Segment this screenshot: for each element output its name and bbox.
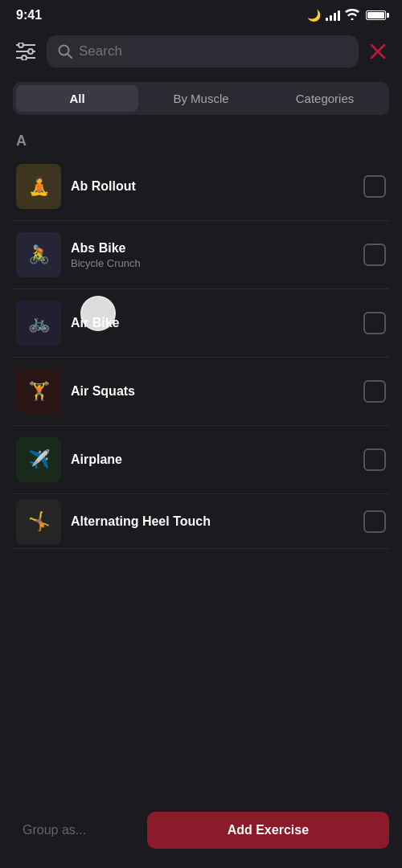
exercise-thumbnail: 🏋️ (16, 369, 61, 414)
svg-line-7 (68, 54, 72, 58)
filter-tabs: All By Muscle Categories (13, 82, 389, 115)
exercise-info: Alternating Heel Touch (71, 514, 354, 529)
exercise-name: Abs Bike (71, 241, 354, 256)
exercise-name: Airplane (71, 452, 354, 467)
bottom-action-bar: Group as... Add Exercise (0, 802, 402, 868)
list-item[interactable]: 🤸 Alternating Heel Touch (13, 494, 389, 549)
exercise-checkbox[interactable] (363, 380, 386, 403)
list-item[interactable]: 🧘 Ab Rollout (13, 153, 389, 221)
battery-icon (366, 10, 386, 20)
exercise-info: Ab Rollout (71, 179, 354, 194)
search-input[interactable] (79, 43, 347, 59)
exercise-info: Air Bike (71, 316, 354, 330)
tab-by-muscle[interactable]: By Muscle (140, 85, 262, 112)
tab-categories[interactable]: Categories (264, 85, 386, 112)
svg-point-3 (18, 43, 23, 47)
search-container (0, 27, 402, 76)
list-item[interactable]: 🏋️ Air Squats (13, 358, 389, 426)
svg-point-5 (22, 55, 27, 60)
exercise-thumbnail: 🚲 (16, 301, 61, 346)
close-icon (370, 43, 386, 59)
moon-icon: 🌙 (307, 9, 321, 22)
exercise-checkbox[interactable] (363, 510, 386, 533)
filter-button[interactable] (13, 39, 39, 63)
exercise-thumbnail: 🧘 (16, 164, 61, 209)
group-as-button[interactable]: Group as... (13, 812, 137, 849)
exercise-thumbnail: ✈️ (16, 437, 61, 482)
exercise-subtitle: Bicycle Crunch (71, 257, 354, 269)
exercise-checkbox[interactable] (363, 312, 386, 334)
search-icon (58, 44, 72, 59)
list-item[interactable]: 🚴 Abs Bike Bicycle Crunch (13, 221, 389, 289)
status-icons: 🌙 (307, 9, 386, 23)
exercise-checkbox[interactable] (363, 175, 386, 198)
search-bar (47, 35, 359, 68)
exercise-list: 🧘 Ab Rollout 🚴 Abs Bike Bicycle Crunch 🚲… (0, 153, 402, 549)
exercise-info: Airplane (71, 452, 354, 467)
exercise-name: Ab Rollout (71, 179, 354, 194)
exercise-info: Abs Bike Bicycle Crunch (71, 241, 354, 269)
svg-point-4 (28, 49, 33, 54)
exercise-name: Air Squats (71, 384, 354, 399)
status-bar: 9:41 🌙 (0, 0, 402, 27)
wifi-icon (345, 9, 359, 23)
status-time: 9:41 (16, 8, 42, 23)
list-item[interactable]: ✈️ Airplane (13, 426, 389, 494)
filter-icon (16, 43, 35, 60)
add-exercise-button[interactable]: Add Exercise (147, 812, 389, 849)
signal-icon (326, 10, 340, 21)
section-header-a: A (0, 126, 402, 153)
exercise-name: Air Bike (71, 316, 354, 330)
exercise-info: Air Squats (71, 384, 354, 399)
list-item[interactable]: 🚲 Air Bike (13, 289, 389, 358)
exercise-name: Alternating Heel Touch (71, 514, 354, 529)
exercise-checkbox[interactable] (363, 448, 386, 471)
exercise-thumbnail: 🚴 (16, 232, 61, 277)
close-button[interactable] (367, 40, 389, 63)
exercise-checkbox[interactable] (363, 244, 386, 266)
tab-all[interactable]: All (16, 85, 138, 112)
exercise-thumbnail: 🤸 (16, 499, 61, 544)
